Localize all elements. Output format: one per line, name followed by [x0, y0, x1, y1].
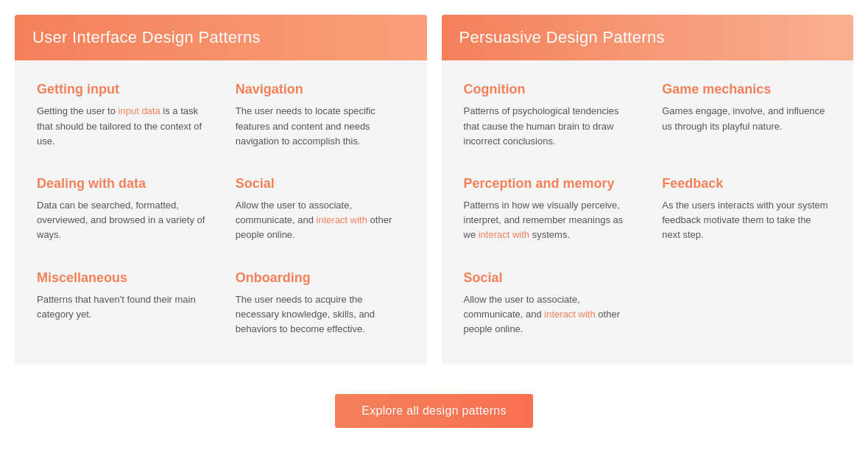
card-text: Patterns of psychological tendencies tha…	[464, 104, 633, 148]
card-dealing-with-data: Dealing with data Data can be searched, …	[22, 162, 221, 256]
persuasive-panel-header: Persuasive Design Patterns	[442, 15, 854, 60]
ui-panel-header: User Interface Design Patterns	[15, 15, 427, 60]
card-text: Data can be searched, formatted, overvie…	[37, 198, 206, 242]
card-title[interactable]: Navigation	[236, 81, 405, 98]
card-title[interactable]: Social	[464, 270, 633, 286]
card-title[interactable]: Game mechanics	[662, 81, 831, 98]
card-title[interactable]: Cognition	[464, 81, 633, 98]
card-title[interactable]: Miscellaneous	[37, 270, 206, 286]
card-getting-input: Getting input Getting the user to input …	[22, 68, 221, 162]
ui-panel-body: Getting input Getting the user to input …	[15, 60, 427, 365]
card-text: The user needs to locate specific featur…	[236, 104, 405, 148]
card-text: Getting the user to input data is a task…	[37, 104, 206, 148]
card-social-ui: Social Allow the user to associate, comm…	[221, 162, 420, 256]
card-text: Games engage, involve, and influence us …	[662, 104, 831, 133]
persuasive-panel-title: Persuasive Design Patterns	[459, 28, 665, 46]
explore-button[interactable]: Explore all design patterns	[335, 394, 533, 428]
card-text: Patterns in how we visually perceive, in…	[464, 198, 633, 242]
card-text: Patterns that haven't found their main c…	[37, 292, 206, 322]
card-text: As the users interacts with your system …	[662, 198, 831, 242]
card-title[interactable]: Social	[236, 175, 405, 192]
card-text: Allow the user to associate, communicate…	[464, 292, 633, 337]
card-title[interactable]: Feedback	[662, 175, 831, 192]
persuasive-panel-body: Cognition Patterns of psychological tend…	[442, 60, 854, 365]
card-empty	[647, 256, 846, 351]
card-cognition: Cognition Patterns of psychological tend…	[449, 68, 648, 162]
card-onboarding: Onboarding The user needs to acquire the…	[221, 256, 420, 351]
card-miscellaneous: Miscellaneous Patterns that haven't foun…	[22, 256, 221, 351]
ui-panel-title: User Interface Design Patterns	[32, 28, 261, 46]
card-perception-memory: Perception and memory Patterns in how we…	[449, 162, 648, 256]
card-title[interactable]: Perception and memory	[464, 175, 633, 192]
card-text: Allow the user to associate, communicate…	[236, 198, 405, 242]
card-navigation: Navigation The user needs to locate spec…	[221, 68, 420, 162]
ui-design-panel: User Interface Design Patterns Getting i…	[15, 15, 427, 365]
card-social-persuasive: Social Allow the user to associate, comm…	[449, 256, 648, 351]
card-title[interactable]: Getting input	[37, 81, 206, 98]
card-text: The user needs to acquire the necessary …	[236, 292, 405, 337]
card-title[interactable]: Onboarding	[236, 270, 405, 286]
panels-container: User Interface Design Patterns Getting i…	[15, 15, 853, 365]
card-title[interactable]: Dealing with data	[37, 175, 206, 192]
card-game-mechanics: Game mechanics Games engage, involve, an…	[647, 68, 846, 162]
persuasive-design-panel: Persuasive Design Patterns Cognition Pat…	[442, 15, 854, 365]
card-feedback: Feedback As the users interacts with you…	[647, 162, 846, 256]
